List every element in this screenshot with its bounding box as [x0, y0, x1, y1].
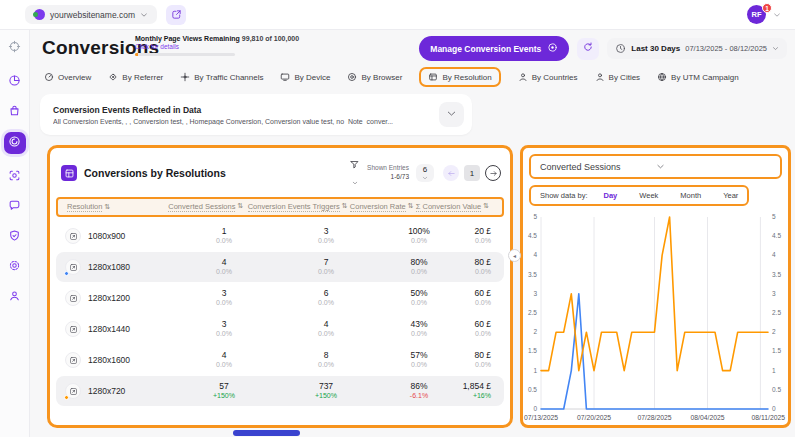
- svg-text:08/11/2025: 08/11/2025: [751, 414, 785, 421]
- horizontal-scrollbar-thumb[interactable]: [233, 430, 300, 436]
- period-day[interactable]: Day: [604, 191, 618, 200]
- tab-label: By Traffic Channels: [194, 73, 263, 82]
- tab-by-device[interactable]: By Device: [280, 69, 330, 85]
- date-range-selector[interactable]: Last 30 Days 07/13/2025 - 08/12/2025: [607, 38, 787, 59]
- resolution-label: 1280x1600: [88, 355, 130, 365]
- shown-entries: Shown Entries 1-6/73: [367, 164, 409, 182]
- tab-by-countries[interactable]: By Countries: [518, 69, 578, 85]
- svg-text:4.5: 4.5: [528, 232, 537, 239]
- period-year[interactable]: Year: [723, 191, 738, 200]
- resolution-cell: 1280x1600: [56, 352, 176, 368]
- sidebar-item-shop-bag[interactable]: [5, 102, 25, 122]
- manage-conversion-events-button[interactable]: Manage Conversion Events: [419, 36, 569, 61]
- account-menu[interactable]: RF 1: [747, 5, 781, 24]
- refresh-button[interactable]: [577, 38, 599, 60]
- filter-funnel-button[interactable]: [349, 157, 360, 189]
- resolution-badge-icon: [65, 352, 81, 368]
- resolution-label: 1280x720: [88, 386, 125, 396]
- metric-cell: 80.0%: [272, 350, 380, 369]
- svg-text:2.5: 2.5: [772, 309, 781, 316]
- svg-text:2: 2: [533, 328, 537, 335]
- current-page[interactable]: 1: [464, 165, 480, 181]
- traffic-channels-icon: [180, 72, 190, 82]
- table-title: Conversions by Resolutions: [84, 167, 342, 179]
- analytics-icon: [8, 73, 21, 91]
- line-chart: 000.50.5111.51.5222.52.5333.53.5444.54.5…: [523, 209, 786, 427]
- page-size-selector[interactable]: 6: [416, 164, 434, 182]
- tab-overview[interactable]: Overview: [44, 69, 91, 85]
- tab-by-browser[interactable]: By Browser: [347, 69, 402, 85]
- details-link[interactable]: Click for details: [135, 43, 305, 50]
- svg-text:1: 1: [772, 367, 776, 374]
- tab-by-cities[interactable]: By Cities: [595, 69, 641, 85]
- metric-cell: 100%0.0%: [380, 226, 458, 245]
- tab-by-traffic-channels[interactable]: By Traffic Channels: [180, 69, 263, 85]
- metric-cell: 60 £0.0%: [458, 319, 504, 338]
- tab-label: By Countries: [532, 73, 578, 82]
- refresh-icon: [582, 41, 594, 56]
- support-person-icon: [8, 288, 21, 306]
- resolution-label: 1080x900: [88, 231, 125, 241]
- svg-text:1.5: 1.5: [528, 347, 537, 354]
- metric-selector[interactable]: Converted Sessions: [529, 154, 782, 179]
- tab-label: By UTM Campaign: [671, 73, 739, 82]
- chevron-down-icon: [773, 11, 781, 19]
- svg-text:08/04/2025: 08/04/2025: [690, 414, 724, 421]
- sidebar-item-chat[interactable]: [5, 197, 25, 217]
- chevron-down-icon: [140, 11, 148, 19]
- table-row-1280x1200[interactable]: 1280x120030.0%60.0%50%0.0%60 £0.0%: [56, 283, 504, 313]
- panel-resize-handle[interactable]: ◂: [508, 249, 521, 262]
- site-selector[interactable]: yourwebsitename.com: [25, 5, 157, 24]
- sidebar-item-analytics[interactable]: [5, 72, 25, 92]
- table-row-1280x1440[interactable]: 1280x144030.0%40.0%43%0.0%60 £0.0%: [56, 314, 504, 344]
- resolution-badge-icon: [65, 321, 81, 337]
- sidebar-item-settings-gear[interactable]: [5, 257, 25, 277]
- table-header-row: Resolution⇅ Converted Sessions⇅ Conversi…: [56, 197, 504, 217]
- svg-text:2.5: 2.5: [528, 309, 537, 316]
- tab-by-referrer[interactable]: By Referrer: [108, 69, 163, 85]
- column-header-conversion-rate[interactable]: Conversion Rate⇅: [348, 202, 416, 212]
- resolution-cell: 1280x1200: [56, 290, 176, 306]
- globe-icon: [657, 72, 667, 82]
- metric-cell: 43%0.0%: [380, 319, 458, 338]
- svg-text:4: 4: [772, 251, 776, 258]
- topbar: yourwebsitename.com RF 1: [0, 0, 795, 30]
- sidebar-item-support-person[interactable]: [5, 287, 25, 307]
- prev-page-button[interactable]: [443, 165, 459, 181]
- arrow-right-icon: [489, 164, 498, 182]
- sessions-chart: 000.50.5111.51.5222.52.5333.53.5444.54.5…: [523, 209, 788, 431]
- shop-bag-icon: [8, 103, 21, 121]
- column-header-conversion-events-triggers[interactable]: Conversion Events Triggers⇅: [248, 202, 348, 212]
- resolution-cell: 1080x900: [56, 228, 176, 244]
- sidebar-item-conversions-spiral[interactable]: [4, 132, 26, 154]
- next-page-button[interactable]: [485, 165, 501, 181]
- column-header-converted-sessions[interactable]: Converted Sessions⇅: [164, 202, 248, 212]
- show-data-by-label: Show data by:: [540, 191, 588, 200]
- events-filter-expand-button[interactable]: [439, 102, 464, 127]
- tab-by-resolution[interactable]: By Resolution: [419, 67, 500, 87]
- period-month[interactable]: Month: [680, 191, 701, 200]
- table-row-1280x1080[interactable]: 1280x108040.0%70.0%80%0.0%80 £0.0%: [56, 252, 504, 282]
- resolution-badge-icon: [65, 228, 81, 244]
- tab-by-utm-campaign[interactable]: By UTM Campaign: [657, 69, 739, 85]
- table-row-1280x1600[interactable]: 1280x160040.0%80.0%57%0.0%80 £0.0%: [56, 345, 504, 375]
- svg-text:4: 4: [533, 251, 537, 258]
- svg-text:4.5: 4.5: [772, 232, 781, 239]
- resolution-cell: 1280x1440: [56, 321, 176, 337]
- sidebar-item-face-scan[interactable]: [5, 167, 25, 187]
- chevron-down-icon: [422, 175, 428, 181]
- svg-text:0: 0: [533, 405, 537, 412]
- period-week[interactable]: Week: [639, 191, 658, 200]
- sidebar-item-shield-check[interactable]: [5, 227, 25, 247]
- page-views-widget: Monthly Page Views Remaining 99,810 of 1…: [135, 35, 305, 56]
- column-header-conversion-value[interactable]: Σ Conversion Value⇅: [416, 202, 502, 212]
- table-row-1280x720[interactable]: 1280x72057+150%737+150%86%-6.1%1,854 £+1…: [56, 376, 504, 406]
- column-header-resolution[interactable]: Resolution⇅: [58, 202, 164, 212]
- chevron-down-icon: [656, 162, 772, 171]
- date-range-value: 07/13/2025 - 08/12/2025: [685, 44, 767, 53]
- table-row-1080x900[interactable]: 1080x90010.0%30.0%100%0.0%20 £0.0%: [56, 221, 504, 251]
- open-site-button[interactable]: [166, 5, 186, 25]
- settings-gear-icon: [8, 258, 21, 276]
- svg-text:1: 1: [533, 367, 537, 374]
- sidebar-item-crosshair[interactable]: [5, 38, 25, 58]
